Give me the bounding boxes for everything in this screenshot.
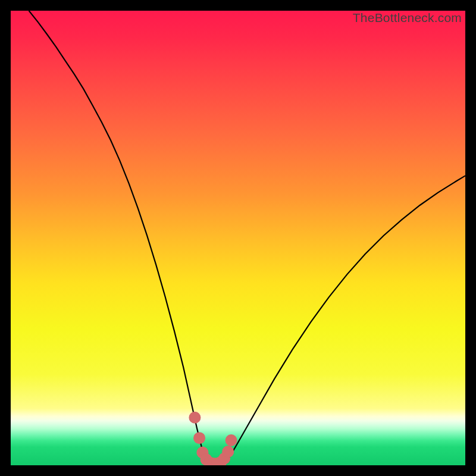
chart-svg — [11, 11, 465, 465]
highlight-marker — [226, 434, 237, 446]
bottom-highlight-markers — [189, 412, 237, 465]
highlight-marker — [193, 432, 205, 444]
bottleneck-curve — [29, 11, 465, 464]
chart-frame: TheBottleneck.com — [11, 11, 465, 465]
highlight-marker — [189, 412, 201, 424]
highlight-marker — [222, 446, 234, 458]
